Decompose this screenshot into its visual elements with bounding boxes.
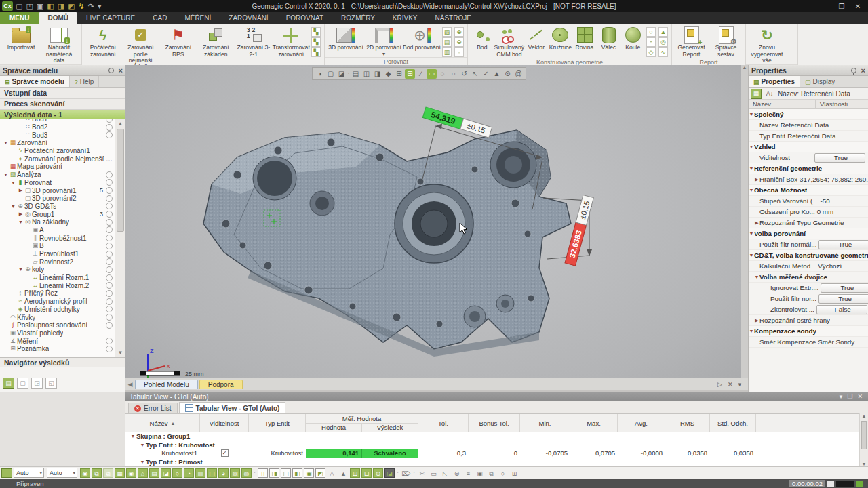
column-header-min[interactable]: Min.: [520, 414, 570, 432]
right-view-icon[interactable]: ◨: [269, 468, 279, 478]
probe-select-icon[interactable]: ⊙: [502, 69, 513, 79]
property-group-gd-t-volba-konstruovan-geometrie[interactable]: ▼GD&T, volba konstruované geometrie: [749, 250, 868, 261]
visibility-eye-icon[interactable]: [106, 290, 113, 297]
import-brush-icon[interactable]: ◧: [47, 1, 54, 11]
3d-porovnání-button[interactable]: 3D porovnání: [327, 25, 365, 52]
small-tool-icon[interactable]: ▚: [311, 47, 321, 57]
tree-item-rovnob-nost1[interactable]: ∥Rovnoběžnost1: [0, 234, 115, 242]
tree-item-na-z-kladny[interactable]: ▼◎Na základny: [0, 218, 115, 226]
grid-hide-icon[interactable]: ⊟: [361, 468, 372, 478]
tab-tabular-view[interactable]: Tabular View - GTol (Auto): [179, 402, 286, 413]
expander-icon[interactable]: ▼: [18, 267, 24, 272]
sort-icon[interactable]: A↓: [764, 89, 775, 99]
visibility-eye-icon[interactable]: [106, 243, 113, 249]
expander-icon[interactable]: ▼: [139, 460, 146, 464]
tab-help[interactable]: ? Help: [70, 76, 100, 87]
tree-item-3d-porovn-n-2[interactable]: ▢3D porovnání2: [0, 195, 115, 203]
zarovnání-rps-button[interactable]: ⚑Zarovnání RPS: [159, 25, 197, 58]
tab-properties[interactable]: ▤ Properties: [749, 76, 800, 87]
visibility-eye-icon[interactable]: [106, 346, 113, 352]
visibility-eye-icon[interactable]: [106, 282, 113, 289]
property-row-rozpozn-n-ostr-hrany[interactable]: ▶Rozpoznání ostré hrany: [749, 315, 868, 326]
property-row-viditelnost[interactable]: ViditelnostTrue: [749, 152, 868, 163]
tree-item-zarovn-n-podle-nejmen-odc-[interactable]: ♦Zarovnání podle Nejmenší Odc...: [0, 155, 115, 163]
navigator-snapshot-icon[interactable]: ▤: [3, 378, 14, 389]
snap-mode-select[interactable]: Auto▾: [47, 468, 77, 478]
tree-item-3d-porovn-n-1[interactable]: ▶▢3D porovnání15: [0, 186, 115, 195]
vektor-button[interactable]: Vektor: [524, 25, 549, 52]
folder-brush-icon[interactable]: ◩: [68, 1, 75, 11]
správce-sestav-button[interactable]: ⚙Správce sestav: [709, 25, 743, 58]
expander-icon[interactable]: ▼: [10, 180, 16, 185]
camera-icon[interactable]: ◉: [126, 468, 136, 478]
ribbon-tab-zarovnání[interactable]: ZAROVNÁNÍ: [220, 12, 277, 24]
shaded-icon[interactable]: ▲: [338, 468, 349, 478]
property-row-kalkula-n-metod-[interactable]: Kalkulační Metod...Výchozí: [749, 261, 868, 272]
tree-item-po-te-n-zarovn-n-1[interactable]: ϟPočáteční zarovnání1: [0, 147, 115, 155]
line-select-icon[interactable]: ∕: [416, 69, 426, 79]
redo-icon[interactable]: ↷: [88, 1, 94, 11]
probe-mode-select[interactable]: Auto▾: [14, 468, 44, 478]
capture-pair-icon[interactable]: ⧉: [92, 468, 102, 478]
small-tool-icon[interactable]: ▥: [442, 47, 452, 57]
more-icon[interactable]: ▾: [98, 1, 102, 11]
visibility-eye-icon[interactable]: [106, 219, 113, 226]
save-icon[interactable]: ▣: [37, 1, 43, 11]
tree-item-p-n-ez[interactable]: ↨Příčný Řez: [0, 289, 115, 298]
grid-display-icon[interactable]: ⊞: [350, 468, 360, 478]
view-list-icon[interactable]: ▤: [149, 468, 159, 478]
tree-item-anal-za[interactable]: ▼▧Analýza: [0, 171, 115, 179]
property-row-typ-entit[interactable]: Typ EntitReferenční Data: [749, 131, 868, 142]
visibility-eye-icon[interactable]: [106, 211, 113, 218]
ellipse-select-icon[interactable]: ○: [448, 69, 458, 79]
pin-icon[interactable]: [108, 68, 114, 73]
visibility-eye-icon[interactable]: [106, 274, 113, 281]
tree-item-a[interactable]: ▣A: [0, 226, 115, 235]
expander-icon[interactable]: ▶: [18, 211, 24, 217]
ribbon-tab-porovnat[interactable]: POROVNAT: [277, 12, 332, 24]
expander-icon[interactable]: ▼: [10, 204, 16, 209]
visibility-eye-icon[interactable]: [106, 226, 113, 233]
válec-button[interactable]: Válec: [597, 25, 621, 52]
scroll-up-icon[interactable]: ▲: [860, 413, 868, 418]
rovina-button[interactable]: Rovina: [572, 25, 597, 52]
scroll-down-icon[interactable]: ▼: [115, 348, 125, 357]
layout-horizontal-icon[interactable]: ◫: [361, 69, 372, 79]
koule-button[interactable]: Koule: [620, 25, 645, 52]
capture-icon[interactable]: ◉: [80, 468, 90, 478]
lasso-select-icon[interactable]: ↺: [459, 69, 469, 79]
paint-deviation-icon[interactable]: ◆: [383, 69, 393, 79]
tree-item-posloupnost-sondov-n-[interactable]: ∫Posloupnost sondování: [0, 321, 115, 329]
app-logo[interactable]: Cx: [2, 1, 13, 11]
camera-grid-icon[interactable]: ▦: [115, 468, 125, 478]
zarovnání-3-2-1-button[interactable]: Zarovnání 3-2-1: [235, 25, 273, 58]
tree-item-line-rn-rozm-1[interactable]: ↔Lineární Rozm.1: [0, 274, 115, 282]
ribbon-tab-měření[interactable]: MĚŘENÍ: [176, 12, 220, 24]
scroll-up-icon[interactable]: ▲: [115, 119, 125, 128]
visibility-eye-icon[interactable]: [106, 131, 113, 138]
importovat-button[interactable]: Importovat: [2, 25, 40, 52]
column-header-value[interactable]: Hodnota: [306, 424, 362, 432]
tree-item-koty[interactable]: ▼⊕koty: [0, 266, 115, 274]
property-row-pou-t-filtr-nor-[interactable]: Použít filtr nor...True: [749, 293, 868, 304]
column-header-result[interactable]: Výsledek: [362, 424, 418, 432]
property-group-obecn-mo-nost[interactable]: ▼Obecná Možnost: [749, 185, 868, 196]
column-name[interactable]: Název: [749, 100, 816, 108]
tree-item-m-en-[interactable]: ∡Měření: [0, 337, 115, 345]
tree-item-pozn-mka[interactable]: ⊞Poznámka: [0, 345, 115, 353]
close-icon[interactable]: ✕: [857, 393, 863, 400]
small-tool-icon[interactable]: ▫: [646, 37, 656, 47]
layers-icon[interactable]: ⧉: [486, 468, 496, 478]
tab-close-icon[interactable]: ✕: [728, 381, 733, 388]
viewport-scrollbar[interactable]: ▲: [741, 65, 748, 378]
view-corner-icon[interactable]: ◪: [161, 468, 171, 478]
angle-icon[interactable]: ◺: [440, 468, 450, 478]
ellipse-tool-icon[interactable]: ○: [498, 468, 508, 478]
expander-icon[interactable]: ▼: [3, 172, 9, 177]
ribbon-tab-křivky[interactable]: KŘIVKY: [384, 12, 427, 24]
2d-porovnání-button[interactable]: 2D porovnání▾: [365, 25, 403, 57]
tab-display[interactable]: ▢ Display: [800, 76, 840, 87]
check-select-icon[interactable]: ✓: [481, 69, 491, 79]
small-tool-icon[interactable]: ◎: [658, 37, 668, 47]
tree-item-vlastn-pohledy[interactable]: ▣Vlastní pohledy: [0, 329, 115, 338]
